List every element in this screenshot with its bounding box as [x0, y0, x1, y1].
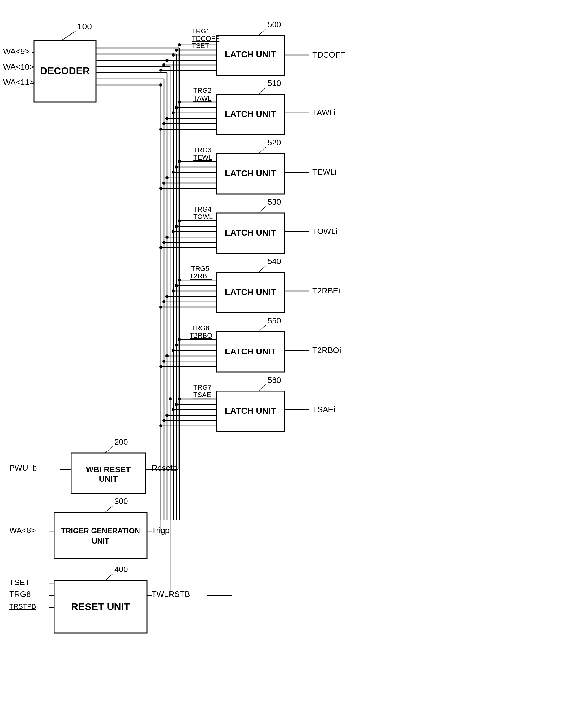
diagram-container: 100 DECODER WA<9> WA<10> WA<11> [0, 0, 588, 710]
svg-point-64 [175, 344, 178, 347]
svg-point-65 [172, 349, 175, 352]
svg-point-48 [175, 225, 178, 228]
trg1-label: TRG1 [192, 27, 210, 35]
svg-point-115 [162, 241, 165, 244]
svg-point-32 [175, 106, 178, 109]
latch-unit-550-label: LATCH UNIT [225, 347, 276, 356]
svg-point-135 [159, 424, 162, 427]
svg-point-84 [159, 84, 162, 87]
svg-point-131 [165, 414, 169, 417]
trig-gen-box [54, 513, 147, 559]
lu550-ref: 550 [267, 316, 281, 325]
svg-point-129 [159, 365, 162, 368]
trg5-label: TRG5 [191, 265, 209, 273]
trg3-label: TRG3 [193, 146, 212, 154]
svg-point-72 [175, 403, 178, 406]
svg-point-119 [165, 295, 169, 298]
svg-point-49 [172, 230, 175, 233]
svg-point-24 [175, 49, 178, 52]
wbi-reset-ref: 200 [114, 437, 128, 447]
decoder-label: DECODER [40, 65, 90, 76]
latch-unit-540-label: LATCH UNIT [225, 287, 276, 297]
trstpb-label: TRSTPB [9, 602, 36, 610]
svg-point-123 [159, 306, 162, 309]
wa8-label: WA<8> [9, 526, 36, 535]
trig-gen-label2: UNIT [92, 537, 109, 545]
wa11-label: WA<11> [3, 78, 34, 87]
svg-point-101 [165, 117, 169, 120]
twlrstb-label: TWLRSTB [151, 589, 190, 599]
trig-gen-ref: 300 [114, 497, 128, 506]
latch-unit-560-label: LATCH UNIT [225, 406, 276, 416]
svg-point-41 [172, 171, 175, 174]
svg-point-33 [172, 111, 175, 114]
tawl-label: TAWL [193, 94, 212, 102]
trig-gen-label1: TRIGER GENERATION [61, 527, 140, 535]
svg-point-99 [159, 69, 162, 72]
lu520-ref: 520 [267, 138, 281, 147]
svg-point-25 [172, 53, 175, 56]
svg-point-103 [162, 122, 165, 125]
svg-point-127 [162, 360, 165, 363]
lu500-ref: 500 [267, 20, 281, 29]
decoder-ref: 100 [77, 22, 92, 31]
latch-unit-520-label: LATCH UNIT [225, 168, 276, 178]
t2rbei-label: T2RBEi [312, 286, 340, 295]
svg-point-109 [162, 182, 165, 185]
trg4-label: TRG4 [193, 205, 212, 213]
svg-point-111 [159, 187, 162, 190]
tsaei-label: TSAEi [312, 405, 335, 414]
latch-unit-510-label: LATCH UNIT [225, 109, 276, 119]
tewli-label: TEWLi [312, 167, 336, 176]
svg-point-56 [175, 284, 178, 287]
svg-point-57 [172, 289, 175, 292]
resetb-label: Resetb [151, 463, 177, 473]
svg-point-95 [165, 59, 169, 62]
svg-point-105 [159, 128, 162, 131]
lu540-ref: 540 [267, 257, 281, 266]
latch-unit-500-label: LATCH UNIT [225, 49, 276, 59]
t2rboi-label: T2RBOi [312, 346, 341, 355]
tdcoffi-label: TDCOFFi [312, 50, 347, 60]
tsae-label: TSAE [193, 391, 211, 399]
svg-point-107 [165, 176, 169, 179]
svg-point-97 [162, 64, 165, 67]
lu510-ref: 510 [267, 78, 281, 88]
tset-reset-label: TSET [9, 578, 30, 587]
lu560-ref: 560 [267, 375, 281, 385]
towli-label: TOWLi [312, 227, 337, 236]
trg2-label: TRG2 [193, 87, 212, 94]
svg-point-133 [162, 419, 165, 422]
svg-point-93 [169, 397, 172, 400]
svg-point-40 [175, 165, 178, 168]
lu530-ref: 530 [267, 197, 281, 207]
t2rbe-label: T2RBE [190, 272, 212, 280]
latch-unit-530-label: LATCH UNIT [225, 228, 276, 237]
tdcoff-label: TDCOFF [192, 34, 219, 42]
pwu-b-label: PWU_b [9, 463, 37, 473]
wbi-reset-label1: WBI RESET [86, 465, 131, 474]
trg8-label: TRG8 [9, 589, 31, 599]
wbi-reset-label2: UNIT [99, 474, 118, 483]
reset-unit-ref: 400 [114, 565, 128, 574]
wa9-label: WA<9> [3, 47, 30, 56]
svg-point-125 [165, 354, 169, 357]
svg-point-117 [159, 246, 162, 249]
tset-in-label: TSET [192, 42, 209, 49]
trg7-label: TRG7 [193, 383, 212, 391]
svg-point-113 [165, 236, 169, 239]
svg-point-121 [162, 300, 165, 303]
t2rbo-label: T2RBO [190, 331, 212, 339]
tawli-label: TAWLi [312, 108, 336, 117]
svg-point-73 [172, 408, 175, 411]
tewl-label: TEWL [193, 153, 212, 161]
wa10-label: WA<10> [3, 62, 34, 71]
reset-unit-label: RESET UNIT [71, 601, 130, 612]
towl-label: TOWL [193, 213, 213, 220]
trg6-label: TRG6 [191, 324, 209, 332]
